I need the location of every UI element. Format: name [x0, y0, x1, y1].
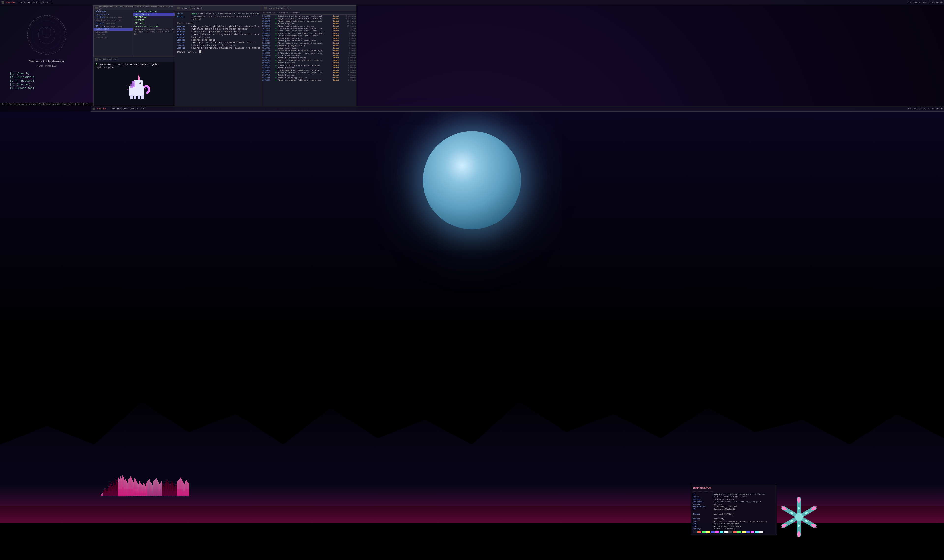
tb-stat6: 115: [49, 2, 53, 4]
upper-taskbar: ⬛ Youtube | 100% 59% 104% 100% 1% 115 Sa…: [0, 0, 944, 5]
file-item[interactable]: RE-.org: [133, 22, 177, 25]
viz-bar: [147, 482, 148, 496]
magit-time: 2 weeks: [344, 69, 356, 71]
qute-menu-search[interactable]: [o] [Search]: [10, 72, 88, 75]
qute-menu-closetab[interactable]: [x] [Close tab]: [10, 87, 88, 90]
svg-point-29: [795, 513, 803, 521]
magit-log-header: ⬛ emmet@snowfire:~: [262, 6, 356, 11]
magit-commit-msg: Fixes for waybar and patched custom hy: [278, 59, 332, 62]
sysinfo-val: AMD ATI Radeon RX 6800M: [714, 525, 741, 527]
file-item[interactable]: background256.txt—: [133, 10, 177, 13]
magit-bullet: ◆: [275, 76, 276, 78]
git-header: ⬛ emmet@snowfire:~: [175, 6, 262, 11]
mid-tb-s1: 100%: [110, 108, 116, 110]
magit-author: Emmet: [333, 49, 343, 52]
magit-commits-header: Commits in --branches --remotes: [262, 11, 356, 15]
viz-bar: [108, 488, 108, 496]
viz-bar: [132, 480, 133, 496]
viz-bar: [130, 477, 131, 496]
magit-bullet: ◆: [275, 52, 276, 54]
git-merge-line: Merge: gitea/main Fixed all screenshots …: [177, 16, 260, 21]
magit-hash: a2650d0: [262, 32, 275, 34]
qute-menu-newtab[interactable]: [t] [New tab]: [10, 83, 88, 86]
svg-point-15: [127, 89, 128, 90]
taskbar-left: ⬛ Youtube | 100% 59% 104% 100% 1% 115: [0, 1, 907, 4]
file-item[interactable]: fl-lock selenized-dark: [94, 16, 133, 19]
tb-stat5: 1%: [45, 2, 48, 4]
viz-bar: [103, 492, 103, 496]
viz-bar: [122, 478, 122, 496]
qute-menu-history[interactable]: [S h] [History]: [10, 79, 88, 82]
magit-bullet: ◆: [275, 47, 276, 49]
magit-commit-msg: Transitioned to flatpak obs for now: [278, 69, 332, 71]
commit-msg: Updated system: [191, 36, 260, 38]
magit-author: Emmet: [333, 66, 343, 69]
magit-time: 3 minutes: [344, 15, 356, 17]
color-swatch: [737, 531, 741, 533]
sysinfo-line: Shell:zsh 5.9: [693, 503, 774, 505]
file-item[interactable]: catppuccin: [94, 13, 133, 16]
magit-commit-msg: Fixes youtube hyprprofile: [278, 76, 332, 78]
viz-bar: [107, 491, 108, 496]
file-item[interactable]: woodland: [94, 34, 133, 36]
file-item[interactable]: xresources: [94, 36, 133, 39]
commit-row: bdd2003Updated system: [177, 36, 260, 38]
commit-msg: Testing if auto-cpufreq is system freeze…: [191, 42, 260, 44]
sysinfo-line: GPU:AMD ATI Radeon RX 680M: [693, 523, 774, 525]
taskbar-icon: ⬛: [2, 1, 4, 4]
magit-commit-msg: Improved comment on agenda syncthing m: [278, 49, 332, 52]
file-item[interactable]: uwwunicorn-yt.yaml: [133, 25, 177, 28]
magit-log-row: b337108◆Fixes youtube hyprprofileEmmet3 …: [262, 76, 356, 78]
taskbar-youtube[interactable]: Youtube: [6, 2, 15, 4]
magit-bullet: ◆: [275, 71, 276, 74]
viz-bar: [114, 485, 115, 496]
commit-msg: Extra lines to ensure flakes work: [191, 44, 260, 47]
magit-bullet: ◆: [275, 62, 276, 64]
mid-tb-youtube[interactable]: Youtube: [97, 108, 106, 110]
file-list-left: ald-hope catppuccin fl-lock selenized-da…: [94, 10, 133, 57]
terminal-prompt-line: $ pokemon-colorscripts -n rapidash -f ga…: [96, 63, 175, 66]
sysinfo-key: Theme:: [693, 513, 713, 515]
magit-author: Emmet: [333, 64, 343, 66]
commit-msg: Switching back to gh as screenshot backe…: [191, 28, 260, 31]
viz-bar: [114, 483, 114, 496]
file-item[interactable]: README.md: [133, 16, 177, 19]
file-item-selected[interactable]: uwwunicorn: [94, 28, 133, 31]
viz-bar: [151, 483, 152, 496]
magit-time: 6 days: [344, 32, 356, 34]
magit-hash: a299664: [262, 22, 275, 25]
file-item[interactable]: blank selenized-light: [94, 19, 133, 22]
qute-menu-quickmarks[interactable]: [b] [Quickmarks]: [10, 75, 88, 78]
terminal-header: ⬛ emmet@snowfire:~: [94, 57, 177, 62]
file-manager-header: ⬛ emmet@snowfire: /home/emmet/.dotfiles/…: [94, 6, 177, 10]
color-swatch: [733, 531, 737, 533]
file-item[interactable]: windows-95: [94, 31, 133, 34]
commit-hash: 2774c0c: [177, 44, 190, 47]
sysinfo-key: CPU:: [693, 520, 713, 522]
magit-time: 18 hours: [344, 22, 356, 25]
commit-row: 2774c0cExtra lines to ensure flakes work: [177, 44, 260, 47]
viz-bar: [155, 480, 156, 496]
viz-bar: [104, 490, 105, 496]
viz-bar: [140, 483, 141, 496]
file-item[interactable]: LICENSE: [133, 19, 177, 22]
file-item[interactable]: fn-mix spacedusk: [94, 22, 133, 25]
magit-author: Emmet: [333, 45, 343, 47]
magit-commit-msg: Pinned embark and reorganized packages: [278, 42, 332, 44]
file-item[interactable]: RE-.org starnight-dark: [94, 25, 133, 28]
viz-bar: [182, 481, 183, 496]
qutebrowser-window: Welcome to Qutebrowser Tech Profile [o] …: [0, 5, 93, 106]
sysinfo-val: 1303 (nix-user), 2702 (nix-env), 23 (fla: [714, 500, 761, 503]
terminal-title: emmet@snowfire:~: [98, 58, 119, 61]
magit-time: 2 weeks: [344, 59, 356, 62]
viz-bar: [106, 489, 106, 496]
magit-commit-msg: Updated pyrland: [278, 62, 332, 64]
magit-author: Emmet: [333, 40, 343, 42]
file-item[interactable]: ald-hope: [94, 10, 133, 13]
magit-hash: b3c77d0: [262, 74, 275, 76]
pokemon-name: rapidash-galar: [96, 66, 175, 69]
mid-tb-s6: 115: [140, 108, 144, 110]
sysinfo-line: GPU:AMD ATI Radeon RX 6800M: [693, 525, 774, 527]
file-item-selected[interactable]: polarity.txt—: [133, 13, 177, 16]
terminal-icon2: ⬛: [264, 7, 267, 9]
